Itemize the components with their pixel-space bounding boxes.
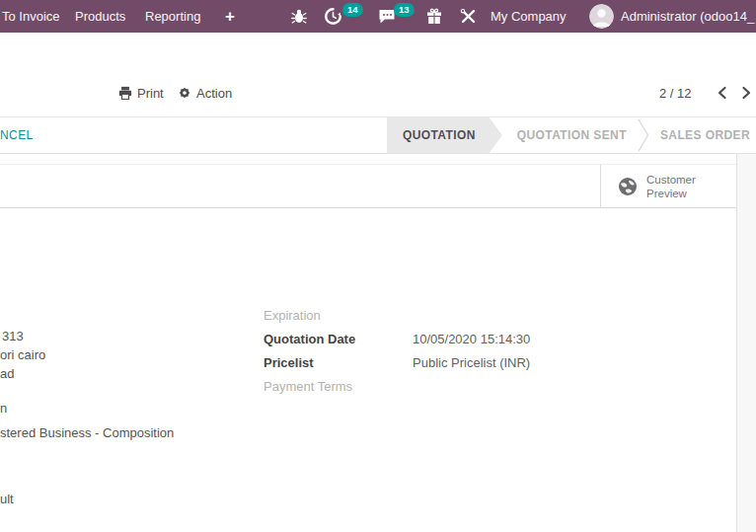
top-nav-bar: To Invoice Products Reporting + 14 13 [0, 0, 756, 33]
field-label-quotation-date: Quotation Date [264, 332, 407, 346]
field-value-pricelist[interactable]: Public Pricelist (INR) [413, 355, 530, 370]
statusbar: NCEL QUOTATION QUOTATION SENT SALES ORDE… [0, 116, 756, 154]
page-background [737, 154, 756, 532]
address-fragment: stered Business - Composition [0, 425, 174, 440]
messages-count-badge[interactable]: 13 [394, 3, 415, 17]
gift-icon[interactable] [426, 8, 442, 28]
step-separator-icon [638, 118, 649, 152]
step-sales-order[interactable]: SALES ORDER [660, 128, 750, 142]
address-fragment: ult [0, 492, 14, 506]
menu-products[interactable]: Products [75, 0, 125, 33]
printer-icon [118, 86, 132, 100]
address-fragment: ori cairo [0, 347, 45, 362]
activities-clock-icon[interactable] [325, 8, 341, 28]
company-switcher[interactable]: My Company [491, 0, 567, 33]
menu-to-invoice[interactable]: To Invoice [2, 0, 60, 33]
sheet-divider [0, 207, 736, 208]
menu-reporting[interactable]: Reporting [145, 0, 200, 33]
activities-count-badge[interactable]: 14 [342, 3, 363, 17]
action-label: Action [196, 86, 232, 101]
cancel-button[interactable]: NCEL [0, 117, 34, 153]
pager-previous-icon[interactable] [717, 86, 727, 103]
user-menu[interactable]: Administrator (odoo14_ [621, 0, 754, 33]
field-label-payment-terms: Payment Terms [264, 379, 407, 394]
add-menu-button[interactable]: + [225, 0, 235, 33]
tools-icon[interactable] [460, 8, 477, 28]
action-button[interactable]: Action [178, 86, 232, 102]
customer-preview-label: Customer Preview [646, 173, 710, 200]
field-label-expiration: Expiration [264, 308, 407, 323]
step-quotation[interactable]: QUOTATION [387, 117, 502, 153]
print-button[interactable]: Print [118, 86, 164, 102]
user-avatar[interactable] [589, 4, 614, 29]
address-fragment: n [0, 401, 7, 416]
step-quotation-sent[interactable]: QUOTATION SENT [517, 128, 627, 142]
address-fragment: 313 [2, 329, 24, 343]
customer-preview-button[interactable]: Customer Preview [600, 165, 736, 207]
pager-next-icon[interactable] [741, 86, 752, 103]
pager-count: 2 / 12 [659, 86, 692, 101]
gear-icon [178, 86, 191, 100]
field-value-quotation-date[interactable]: 10/05/2020 15:14:30 [413, 332, 530, 346]
print-label: Print [137, 86, 164, 101]
debug-bug-icon[interactable] [291, 8, 307, 28]
globe-icon [618, 177, 638, 196]
address-fragment: ad [0, 366, 14, 381]
sheet-border [736, 154, 737, 532]
status-steps: QUOTATION QUOTATION SENT SALES ORDER [387, 117, 750, 153]
field-label-pricelist: Pricelist [264, 355, 407, 370]
